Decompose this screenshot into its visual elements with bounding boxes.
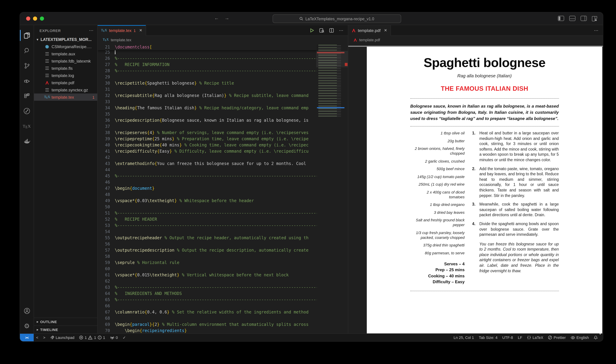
nav-forward-button[interactable]: > xyxy=(41,334,48,341)
settings-gear-icon[interactable]: ⚙ xyxy=(20,318,34,333)
accounts-icon[interactable] xyxy=(20,303,34,318)
code-line[interactable]: 34 \heading{The famous Italian dish} % R… xyxy=(98,105,317,111)
back-icon[interactable]: ← xyxy=(214,15,219,21)
close-window-button[interactable] xyxy=(26,16,30,21)
code-line[interactable]: 65 %------------------------------------… xyxy=(98,297,317,303)
language-mode[interactable]: LaTeX xyxy=(525,334,546,341)
code-line[interactable]: 57 \outputrecipedescription % Output the… xyxy=(98,247,317,253)
code-editor[interactable]: 21 \documentclass[ 25 26 %--------------… xyxy=(98,44,348,333)
file-row[interactable]: TEX template.aux xyxy=(34,50,97,57)
code-line[interactable]: 26 %------------------------------------… xyxy=(98,55,317,62)
code-line[interactable]: 41 \recipedifficulty{Easy} % Difficulty,… xyxy=(98,148,317,154)
source-control-icon[interactable] xyxy=(20,58,34,73)
view-pdf-preview-icon[interactable] xyxy=(319,28,324,32)
tab-template-pdf[interactable]: template.pdf ✕ xyxy=(348,25,391,36)
customize-layout-icon[interactable] xyxy=(592,16,597,21)
close-icon[interactable]: ✕ xyxy=(139,28,142,33)
code-line[interactable]: 40 \recipecookingtime{40 mins} % Cooking… xyxy=(98,142,317,148)
pdf-breadcrumb[interactable]: template.pdf xyxy=(348,36,603,44)
docker-icon[interactable] xyxy=(20,134,34,149)
code-line[interactable]: 37 xyxy=(98,123,317,130)
zoom-window-button[interactable] xyxy=(40,16,44,21)
code-line[interactable]: 35 xyxy=(98,111,317,117)
command-center-search[interactable]: LaTeXTemplates_morgana-recipe_v1.0 xyxy=(273,14,401,23)
file-row[interactable]: TEX template.log xyxy=(34,72,97,79)
code-line[interactable]: 70 \begin{recipeingredients} xyxy=(98,327,317,333)
code-line[interactable]: 44 xyxy=(98,167,317,173)
code-line[interactable]: 30 \recipetitle{Spaghetti bolognese} % R… xyxy=(98,80,317,86)
code-line[interactable]: 66 xyxy=(98,303,317,309)
code-line[interactable]: 38 \recipeserves{4} % Number of servings… xyxy=(98,130,317,136)
notifications-bell-icon[interactable] xyxy=(591,334,600,341)
code-line[interactable]: 28 %------------------------------------… xyxy=(98,68,317,74)
code-line[interactable]: 43 \extramethodinfo{You can freeze this … xyxy=(98,160,317,167)
root-folder-row[interactable]: ▾ LATEXTEMPLATES_MOR... xyxy=(34,36,97,43)
search-view-icon[interactable] xyxy=(20,43,34,58)
explorer-icon[interactable] xyxy=(20,28,34,43)
code-line[interactable]: 32 \recipesubtitle{Rag alla bolognese (I… xyxy=(98,92,317,99)
code-line[interactable]: 54 xyxy=(98,229,317,235)
code-line[interactable]: 29 xyxy=(98,74,317,80)
code-line[interactable]: 50 xyxy=(98,204,317,210)
split-editor-icon[interactable] xyxy=(329,28,334,32)
code-line[interactable]: 62 xyxy=(98,278,317,284)
code-line[interactable]: 46 xyxy=(98,179,317,185)
cursor-position[interactable]: Ln 25, Col 1 xyxy=(451,334,476,341)
code-line[interactable]: 48 xyxy=(98,192,317,198)
code-line[interactable]: 47 \begin{document} xyxy=(98,185,317,192)
remote-explorer-icon[interactable] xyxy=(20,104,34,118)
code-line[interactable]: 49 \vspace*{0.03\textheight} % Whitespac… xyxy=(98,198,317,204)
code-line[interactable]: 51 %------------------------------------… xyxy=(98,210,317,216)
more-actions-icon[interactable]: ⋯ xyxy=(594,28,599,33)
encoding[interactable]: UTF-8 xyxy=(500,334,515,341)
code-line[interactable]: 68 xyxy=(98,315,317,321)
problems-button[interactable]: 1 1 1 xyxy=(77,334,108,341)
sticky-scroll-line[interactable]: 21 \documentclass[ xyxy=(98,44,317,50)
code-line[interactable]: 53 %------------------------------------… xyxy=(98,222,317,229)
code-line[interactable]: 36 \recipedescription{Bolognese sauce, k… xyxy=(98,117,317,123)
sidebar-section-header[interactable]: ▸ OUTLINE xyxy=(34,318,97,325)
file-row[interactable]: TEX template.pdf xyxy=(34,79,97,86)
code-line[interactable]: 55 \outputrecipeheader % Output the reci… xyxy=(98,235,317,241)
more-actions-icon[interactable]: ⋯ xyxy=(339,28,344,33)
minimap-slider[interactable] xyxy=(316,51,348,67)
editor-scrollbar[interactable] xyxy=(345,44,348,333)
latex-workshop-icon[interactable]: TEX xyxy=(20,118,34,134)
file-row[interactable]: TEX template.fls xyxy=(34,65,97,72)
formatter-status[interactable]: Prettier xyxy=(546,334,568,341)
toggle-primary-sidebar-icon[interactable] xyxy=(558,16,564,21)
breadcrumb[interactable]: TEX template.tex xyxy=(98,36,348,44)
code-line[interactable]: 60 xyxy=(98,266,317,272)
indentation[interactable]: Tab Size: 4 xyxy=(476,334,500,341)
code-line[interactable]: 59 \seprule % Horizontal rule xyxy=(98,260,317,266)
minimize-window-button[interactable] xyxy=(33,16,37,21)
forward-icon[interactable]: → xyxy=(224,15,229,21)
eol-sequence[interactable]: LF xyxy=(515,334,525,341)
file-row[interactable]: TEX template.fdb_latexmk xyxy=(34,57,97,65)
ports-button[interactable]: 0 xyxy=(107,334,120,341)
code-line[interactable]: 45 %------------------------------------… xyxy=(98,173,317,179)
code-line[interactable]: 63 %------------------------------------… xyxy=(98,284,317,290)
code-line[interactable]: 69 \begin{paracol}{2} % Multi-column env… xyxy=(98,321,317,327)
nav-back-button[interactable]: < xyxy=(34,334,41,341)
code-line[interactable]: 61 \vspace*{0.015\textheight} % Vertical… xyxy=(98,272,317,278)
code-line[interactable]: 27 % RECIPE INFORMATION xyxy=(98,62,317,68)
toggle-panel-icon[interactable] xyxy=(569,16,576,21)
launchpad-button[interactable]: Launchpad xyxy=(48,334,77,341)
code-line[interactable]: 52 % RECIPE HEADER xyxy=(98,216,317,222)
run-debug-icon[interactable] xyxy=(20,73,34,88)
code-line[interactable]: 67 \columnratio{0.4, 0.6} % Set the rela… xyxy=(98,309,317,315)
close-icon[interactable]: ✕ xyxy=(384,28,387,33)
code-line[interactable]: 39 \recipepreptime{25 mins} % Preparatio… xyxy=(98,136,317,142)
code-line[interactable]: 31 xyxy=(98,86,317,92)
minimap[interactable] xyxy=(317,44,345,333)
tab-template-tex[interactable]: TEX template.tex 1 ✕ xyxy=(98,25,146,36)
code-line[interactable]: 33 xyxy=(98,99,317,105)
code-line[interactable]: 42 xyxy=(98,154,317,160)
check-icon[interactable]: ✓ xyxy=(120,334,128,341)
toggle-secondary-sidebar-icon[interactable] xyxy=(581,16,587,21)
code-line[interactable]: 56 xyxy=(98,241,317,247)
remote-indicator[interactable]: >< xyxy=(20,334,34,341)
file-row[interactable]: TEX CSMorganaRecipe.cls xyxy=(34,43,97,50)
pdf-viewer[interactable]: Spaghetti bolognese Rag alla bolognese (… xyxy=(348,44,603,333)
